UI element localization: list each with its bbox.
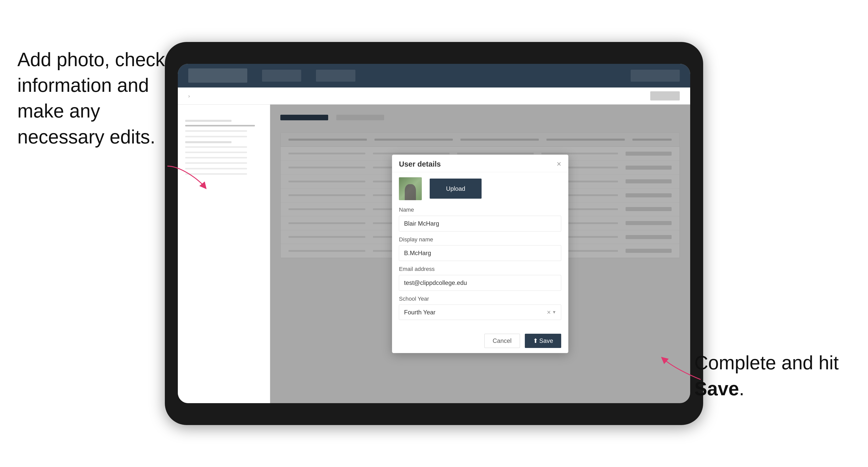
sidebar-item[interactable] [185,162,247,164]
sidebar-item[interactable] [185,168,247,169]
annotation-right: Complete and hit Save. [694,350,851,402]
app-sidebar [178,104,270,403]
nav-logo [188,68,247,83]
cancel-button[interactable]: Cancel [484,334,520,348]
display-name-label: Display name [399,236,561,243]
nav-item-2 [316,70,355,82]
display-name-input[interactable] [399,245,561,261]
sidebar-item[interactable] [185,152,247,153]
sidebar-item[interactable] [185,136,247,137]
display-name-field-group: Display name [399,236,561,261]
school-year-select[interactable]: First Year Second Year Third Year Fourth… [399,305,561,320]
app-content: › [178,64,690,403]
nav-item-1 [262,70,302,82]
email-input[interactable] [399,275,561,291]
scene: Add photo, check information and make an… [0,0,868,467]
subnav-action[interactable] [650,91,680,100]
sidebar-item[interactable] [185,130,247,132]
save-button[interactable]: ⬆ Save [525,334,561,348]
tablet-device: › [165,42,703,425]
upload-photo-button[interactable]: Upload [430,179,481,199]
school-year-field-group: School Year First Year Second Year Third… [399,295,561,320]
email-field-group: Email address [399,266,561,290]
email-label: Email address [399,266,561,272]
app-content-area: User details × [270,104,690,403]
sidebar-item[interactable] [185,146,247,148]
modal-close-button[interactable]: × [557,160,561,168]
app-nav [178,64,690,88]
tablet-screen: › [178,64,690,403]
sidebar-item[interactable] [185,125,255,126]
modal-title: User details [399,160,441,168]
annotation-left: Add photo, check information and make an… [17,47,174,150]
photo-section: Upload [399,177,561,200]
nav-right [631,70,680,82]
sidebar-section-2 [178,141,270,175]
sidebar-item[interactable] [185,157,247,158]
breadcrumb: › [188,93,190,99]
photo-thumbnail [399,177,422,200]
name-input[interactable] [399,216,561,231]
school-year-label: School Year [399,295,561,302]
school-year-select-wrapper: First Year Second Year Third Year Fourth… [399,305,561,320]
modal-body: Upload Name Display nam [392,172,568,331]
modal-footer: Cancel ⬆ Save [392,330,568,353]
user-details-modal: User details × [392,155,568,353]
modal-header: User details × [392,155,568,172]
sidebar-section-header [185,141,231,143]
name-field-group: Name [399,207,561,231]
name-label: Name [399,207,561,213]
app-main: User details × [178,104,690,403]
sidebar-section-1 [178,120,270,137]
breadcrumb-sep: › [188,93,190,99]
save-icon: ⬆ [533,337,538,344]
app-subnav: › [178,88,690,104]
photo-image [399,177,422,200]
sidebar-section-header [185,120,231,122]
sidebar-item[interactable] [185,173,247,175]
modal-overlay: User details × [270,104,690,403]
